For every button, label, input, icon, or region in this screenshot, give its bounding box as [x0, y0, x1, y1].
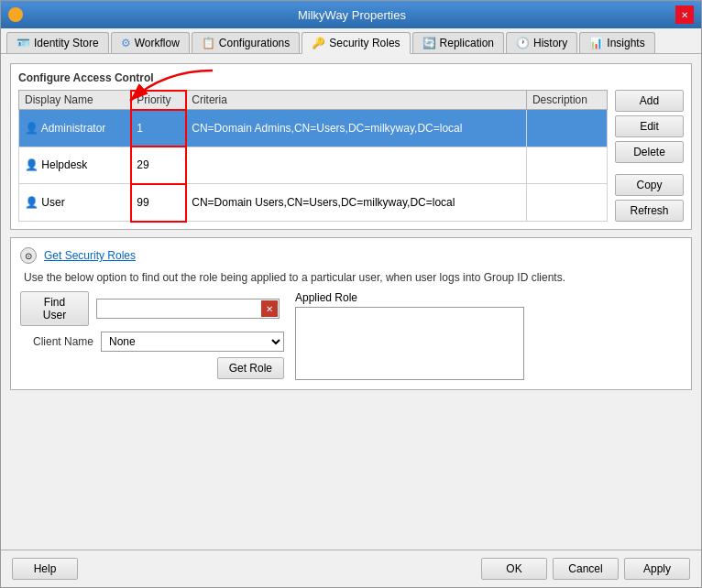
tab-security-roles[interactable]: 🔑 Security Roles	[302, 32, 410, 54]
window-title: MilkyWay Properties	[28, 8, 675, 22]
col-display-name: Display Name	[19, 91, 131, 110]
ok-button[interactable]: OK	[481, 558, 547, 580]
main-window: MilkyWay Properties ✕ 🪪 Identity Store ⚙…	[0, 0, 702, 588]
find-user-input-container: ✕	[96, 299, 280, 319]
row-priority: 29	[131, 147, 186, 184]
table-row[interactable]: 👤 Helpdesk 29	[19, 147, 608, 184]
client-name-select[interactable]: None GroupID Management Console GroupID …	[101, 332, 284, 352]
get-security-roles-link[interactable]: Get Security Roles	[44, 249, 136, 262]
tab-replication[interactable]: 🔄 Replication	[412, 32, 504, 53]
refresh-button[interactable]: Refresh	[615, 200, 684, 222]
tab-workflow[interactable]: ⚙ Workflow	[111, 32, 190, 53]
cancel-button[interactable]: Cancel	[553, 558, 619, 580]
side-buttons: Add Edit Delete Copy Refresh	[615, 90, 684, 222]
user-icon: 👤	[25, 122, 38, 135]
footer-buttons: OK Cancel Apply	[481, 558, 690, 580]
security-icon: 🔑	[312, 37, 325, 49]
row-name: 👤 Administrator	[19, 110, 131, 147]
row-priority: 1	[131, 110, 186, 147]
applied-role-container: Applied Role	[295, 291, 524, 380]
history-icon: 🕐	[516, 37, 530, 49]
row-criteria: CN=Domain Users,CN=Users,DC=milkyway,DC=…	[186, 184, 527, 222]
user-icon: 👤	[25, 196, 38, 209]
role-left: Find User ✕ Client Name None GroupID Man…	[20, 291, 284, 380]
col-criteria: Criteria	[186, 91, 527, 110]
client-name-row: Client Name None GroupID Management Cons…	[20, 332, 284, 352]
id-icon: 🪪	[16, 37, 30, 49]
col-priority: Priority	[131, 91, 186, 110]
applied-role-label: Applied Role	[295, 291, 524, 304]
client-name-label: Client Name	[20, 335, 93, 348]
table-row[interactable]: 👤 User 99 CN=Domain Users,CN=Users,DC=mi…	[19, 184, 608, 222]
row-description	[526, 147, 607, 184]
edit-button[interactable]: Edit	[615, 115, 684, 137]
get-role-button[interactable]: Get Role	[217, 357, 284, 379]
tab-insights[interactable]: 📊 Insights	[579, 32, 654, 53]
find-user-input[interactable]	[97, 299, 260, 318]
table-container: Display Name Priority Criteria Descripti…	[18, 90, 684, 222]
get-role-row: Get Role	[20, 357, 284, 379]
tab-history[interactable]: 🕐 History	[506, 32, 577, 53]
user-icon: 👤	[25, 158, 38, 171]
role-form-area: Find User ✕ Client Name None GroupID Man…	[20, 291, 682, 380]
replication-icon: 🔄	[422, 37, 436, 49]
collapse-button[interactable]: ⊙	[20, 247, 37, 264]
copy-button[interactable]: Copy	[615, 174, 684, 196]
row-description	[526, 110, 607, 147]
get-security-row: ⊙ Get Security Roles	[20, 247, 682, 264]
main-content: Configure Access Control Displa	[1, 54, 701, 550]
row-name: 👤 Helpdesk	[19, 147, 131, 184]
help-button[interactable]: Help	[12, 558, 78, 580]
close-button[interactable]: ✕	[675, 5, 694, 24]
col-description: Description	[526, 91, 607, 110]
access-table: Display Name Priority Criteria Descripti…	[18, 90, 608, 222]
apply-button[interactable]: Apply	[624, 558, 690, 580]
find-user-button[interactable]: Find User	[20, 291, 89, 326]
tab-identity-store[interactable]: 🪪 Identity Store	[6, 32, 109, 53]
row-criteria: CN=Domain Admins,CN=Users,DC=milkyway,DC…	[186, 110, 527, 147]
clear-input-button[interactable]: ✕	[261, 300, 278, 317]
add-button[interactable]: Add	[615, 90, 684, 112]
row-criteria	[186, 147, 527, 184]
delete-button[interactable]: Delete	[615, 141, 684, 163]
configure-access-label: Configure Access Control	[18, 71, 684, 84]
app-icon	[8, 7, 23, 22]
row-name: 👤 User	[19, 184, 131, 222]
footer: Help OK Cancel Apply	[1, 550, 701, 587]
description-text: Use the below option to find out the rol…	[24, 271, 682, 284]
find-user-row: Find User ✕	[20, 291, 284, 326]
config-icon: 📋	[202, 37, 215, 49]
row-priority: 99	[131, 184, 186, 222]
tab-configurations[interactable]: 📋 Configurations	[192, 32, 300, 53]
title-bar: MilkyWay Properties ✕	[1, 1, 701, 28]
applied-role-box	[295, 307, 524, 380]
workflow-icon: ⚙	[121, 37, 131, 49]
tab-bar: 🪪 Identity Store ⚙ Workflow 📋 Configurat…	[1, 28, 701, 54]
table-row[interactable]: 👤 Administrator 1 CN=Domain Admins,CN=Us…	[19, 110, 608, 147]
insights-icon: 📊	[589, 37, 603, 49]
configure-access-section: Configure Access Control Displa	[10, 63, 692, 230]
row-description	[526, 184, 607, 222]
lower-section: ⊙ Get Security Roles Use the below optio…	[10, 237, 692, 390]
